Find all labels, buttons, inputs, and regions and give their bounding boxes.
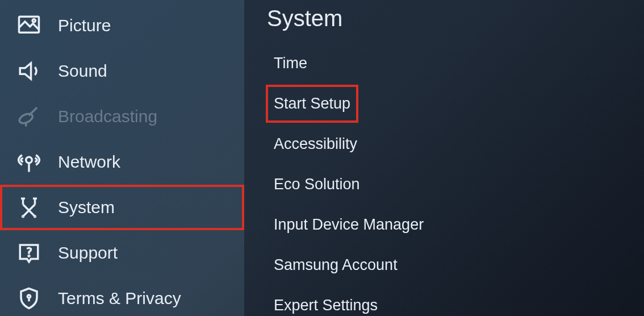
menu-item-input-device-manager[interactable]: Input Device Manager bbox=[267, 207, 430, 243]
sidebar-item-network[interactable]: Network bbox=[0, 139, 244, 185]
sidebar-item-label: Picture bbox=[58, 16, 111, 35]
menu-item-samsung-account[interactable]: Samsung Account bbox=[267, 247, 404, 283]
privacy-icon bbox=[17, 286, 41, 310]
sidebar-item-label: Support bbox=[58, 243, 118, 263]
svg-point-3 bbox=[26, 157, 32, 163]
svg-point-6 bbox=[28, 255, 30, 256]
sidebar-item-system[interactable]: System bbox=[0, 185, 244, 230]
sidebar-item-label: Sound bbox=[58, 61, 107, 81]
sidebar-item-broadcasting: Broadcasting bbox=[0, 94, 244, 139]
sidebar-item-support[interactable]: Support bbox=[0, 230, 244, 276]
settings-sidebar: Picture Sound Broadcasting Network Syste bbox=[0, 0, 244, 316]
menu-item-expert-settings[interactable]: Expert Settings bbox=[267, 288, 384, 316]
menu-item-accessibility[interactable]: Accessibility bbox=[267, 126, 364, 162]
menu-item-time[interactable]: Time bbox=[267, 45, 314, 81]
page-title: System bbox=[267, 6, 644, 31]
menu-item-eco-solution[interactable]: Eco Solution bbox=[267, 167, 367, 202]
system-icon bbox=[17, 196, 41, 219]
sidebar-item-label: System bbox=[58, 198, 115, 217]
picture-icon bbox=[17, 14, 41, 38]
sound-icon bbox=[17, 59, 41, 83]
system-submenu: Time Start Setup Accessibility Eco Solut… bbox=[267, 45, 644, 316]
svg-point-1 bbox=[32, 19, 35, 22]
sidebar-item-terms-privacy[interactable]: Terms & Privacy bbox=[0, 276, 244, 316]
sidebar-item-picture[interactable]: Picture bbox=[0, 3, 244, 48]
svg-point-5 bbox=[35, 216, 36, 217]
broadcasting-icon bbox=[17, 105, 41, 128]
sidebar-item-label: Terms & Privacy bbox=[58, 289, 181, 308]
sidebar-item-label: Network bbox=[58, 152, 120, 172]
sidebar-item-label: Broadcasting bbox=[58, 107, 157, 126]
menu-item-start-setup[interactable]: Start Setup bbox=[267, 86, 357, 122]
support-icon bbox=[17, 241, 41, 265]
svg-point-4 bbox=[23, 216, 24, 217]
network-icon bbox=[17, 150, 41, 174]
sidebar-item-sound[interactable]: Sound bbox=[0, 48, 244, 94]
settings-main-panel: System Time Start Setup Accessibility Ec… bbox=[244, 0, 644, 316]
